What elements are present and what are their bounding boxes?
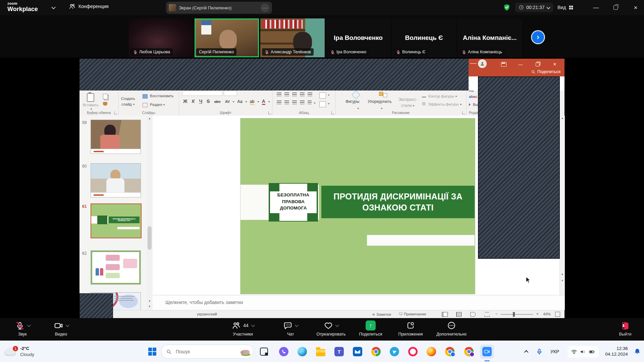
minimize-button[interactable]: — (588, 0, 604, 15)
shape-outline-button[interactable]: Контур фигуры (422, 93, 457, 98)
highlight-color-button[interactable]: ab (250, 99, 255, 105)
chevron-down-icon[interactable] (51, 5, 56, 9)
slide-thumbnail-62[interactable] (91, 250, 141, 285)
chat-options-chevron[interactable] (295, 323, 299, 327)
ppt-minimize-button[interactable]: — (515, 61, 526, 68)
current-slide[interactable]: БЕЗОПЛАТНА ПРАВОВА ДОПОМОГА ПРОТИДІЯ ДИС… (240, 118, 475, 294)
next-slide-arrow[interactable]: ▼ (560, 279, 565, 282)
tray-notifications-button[interactable] (631, 341, 643, 362)
shape-effects-button[interactable]: Эффекты фигуры (422, 102, 462, 106)
task-view-button[interactable] (257, 341, 271, 362)
tab-conference[interactable]: Конференция (69, 3, 109, 10)
font-color-button[interactable]: А (262, 99, 265, 105)
tray-clock[interactable]: 12:36 04.12.2024 (602, 341, 631, 362)
dialog-launcher-icon[interactable] (462, 111, 465, 114)
video-button[interactable]: Видео (46, 321, 76, 337)
next-gallery-page-button[interactable]: › (532, 31, 544, 43)
italic-button[interactable]: К (192, 99, 195, 104)
section-button[interactable]: Раздел (143, 103, 165, 107)
taskbar-app-edge[interactable] (295, 341, 310, 362)
zoom-percent[interactable]: 49% (543, 312, 551, 316)
numbering-button[interactable] (284, 93, 289, 96)
slideshow-button[interactable] (483, 312, 491, 317)
select-button[interactable]: Вы (469, 103, 478, 107)
bullets-button[interactable] (277, 93, 281, 96)
weather-widget[interactable]: 1 -2°C Cloudy (4, 341, 34, 362)
audio-options-chevron[interactable] (27, 323, 31, 327)
taskbar-app-mail[interactable] (350, 341, 365, 362)
more-button[interactable]: Дополнительно (432, 321, 471, 337)
tab-options-button[interactable]: ··· (261, 3, 269, 12)
reading-view-button[interactable] (469, 312, 477, 317)
view-button[interactable]: Вид (557, 3, 574, 12)
normal-view-button[interactable] (441, 312, 448, 317)
chat-button[interactable]: Чат (276, 321, 305, 337)
line-spacing-button[interactable] (308, 93, 312, 96)
previous-slide-arrow[interactable]: ▲ (560, 273, 565, 276)
tray-language-indicator[interactable]: УКР (547, 341, 562, 362)
taskbar-app-teams[interactable]: T (332, 341, 346, 362)
apps-button[interactable]: Приложения (394, 321, 427, 337)
font-name-combobox[interactable] (182, 90, 222, 96)
align-left-button[interactable] (277, 101, 281, 104)
decrease-indent-button[interactable] (292, 93, 297, 96)
react-button[interactable]: Отреагировать (311, 321, 351, 337)
notes-pane[interactable]: Щелкните, чтобы добавить заметки (153, 295, 565, 310)
meeting-timer[interactable]: 00:21:37 (515, 3, 553, 12)
share-screen-button[interactable]: ↑ Поделиться (355, 321, 386, 337)
taskbar-search[interactable] (161, 345, 254, 359)
scroll-down-arrow[interactable]: ▼ (147, 305, 153, 308)
tray-mic-indicator[interactable] (533, 341, 545, 362)
taskbar-app-chrome-profile-3[interactable] (462, 341, 476, 362)
language-indicator[interactable]: украинский (197, 312, 217, 316)
quick-styles-button[interactable]: Экспресс-стили (398, 97, 417, 109)
comments-toggle[interactable]: 🗨 Примечания (399, 312, 426, 316)
taskbar-app-chrome[interactable] (369, 341, 383, 362)
video-tile[interactable]: Любов Царьова (129, 18, 193, 57)
increase-indent-button[interactable] (300, 93, 305, 96)
scroll-up-arrow[interactable]: ▲ (560, 117, 565, 120)
scrollbar-thumb[interactable] (148, 226, 152, 250)
canvas-scrollbar[interactable]: ▲ ▲ ▼ ▼ (559, 116, 565, 310)
taskbar-app-zoom-active[interactable] (479, 341, 495, 362)
dialog-launcher-icon[interactable] (268, 111, 271, 114)
zoom-in-button[interactable]: + (536, 312, 539, 316)
columns-button[interactable] (308, 101, 312, 104)
scroll-up-arrow[interactable]: ▲ (147, 117, 153, 120)
taskbar-app-telegram[interactable] (387, 341, 402, 362)
slide-sorter-view-button[interactable] (455, 312, 463, 317)
tray-show-hidden-icons[interactable] (521, 341, 533, 362)
slide-thumbnail-61-selected[interactable]: ПРОТИДІЯ ДИСКРИМІНАЦІЇ ЗА ОЗНАКОЮ СТАТІ (91, 203, 142, 238)
character-spacing-button[interactable]: AV (225, 100, 230, 104)
slides-panel-scrollbar[interactable]: ▲ ▼ ▼ (147, 116, 153, 310)
video-options-chevron[interactable] (65, 323, 69, 327)
find-button[interactable]: На (469, 90, 474, 93)
slide-title-box[interactable]: ПРОТИДІЯ ДИСКРИМІНАЦІЇ ЗА ОЗНАКОЮ СТАТІ (321, 186, 475, 218)
zoom-out-button[interactable]: − (495, 312, 498, 316)
format-painter-button[interactable] (103, 102, 107, 106)
justify-button[interactable] (300, 101, 305, 104)
paste-button[interactable]: Вставить (83, 93, 99, 111)
align-right-button[interactable] (292, 101, 297, 104)
new-slide-button[interactable]: Создать слайд (121, 96, 135, 107)
arrange-button[interactable]: Упорядочить (368, 99, 391, 104)
zoom-slider-thumb[interactable] (513, 312, 515, 317)
react-options-chevron[interactable] (335, 323, 339, 327)
underline-button[interactable]: Ч (199, 99, 202, 104)
account-avatar[interactable] (478, 59, 487, 68)
start-button[interactable] (145, 341, 160, 362)
ppt-restore-button[interactable] (532, 61, 543, 68)
taskbar-app-viber[interactable] (276, 341, 291, 362)
align-text-button[interactable] (319, 101, 326, 107)
shapes-button[interactable]: Фигуры (345, 99, 359, 104)
dialog-launcher-icon[interactable] (114, 111, 117, 114)
slide-thumbnail-60[interactable] (91, 163, 141, 197)
scroll-down-arrow[interactable]: ▼ (147, 300, 153, 303)
ppt-close-button[interactable]: × (549, 61, 560, 68)
video-tile-no-video[interactable]: Іра Воловченко Іра Воловченко (326, 18, 390, 57)
video-tile-active-speaker[interactable]: Сергій Пилипенко (195, 18, 259, 57)
taskbar-app-firefox[interactable] (424, 341, 439, 362)
strikethrough-button[interactable]: S (207, 99, 210, 104)
search-highlight-animal-image[interactable] (240, 346, 251, 357)
ribbon-display-options-button[interactable] (498, 61, 509, 68)
